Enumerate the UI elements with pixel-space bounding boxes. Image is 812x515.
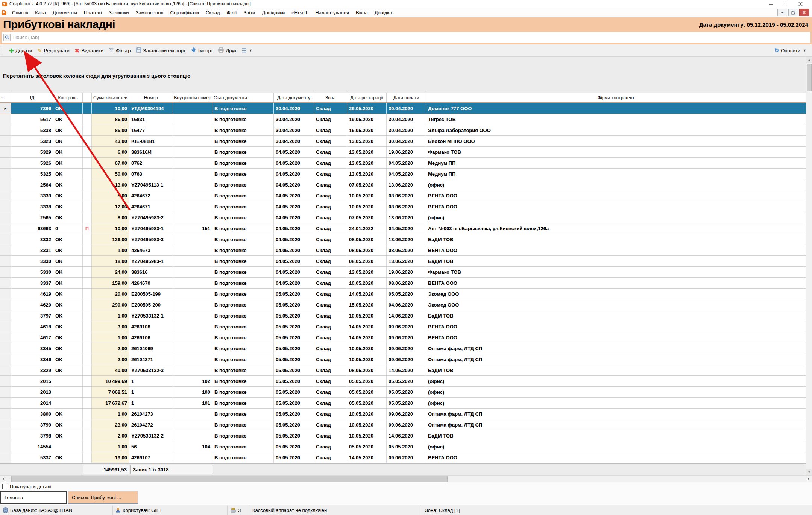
- cell-state[interactable]: В подготовке: [212, 158, 274, 168]
- cell-zone[interactable]: Склад: [314, 289, 347, 299]
- cell-inner-number[interactable]: [173, 234, 212, 245]
- table-row[interactable]: 3331OK1,004264673В подготовке04.05.2020С…: [0, 245, 806, 256]
- cell-id[interactable]: 14554: [11, 441, 53, 452]
- cell-number[interactable]: 56: [129, 441, 173, 452]
- cell-reg-date[interactable]: 15.05.2020: [347, 299, 387, 310]
- table-row[interactable]: 4617OK1,004269106В подготовке05.05.2020С…: [0, 332, 806, 343]
- cell-qty[interactable]: 18,00: [92, 256, 129, 266]
- cell-number[interactable]: YZ70495983-1: [129, 256, 173, 266]
- cell-mark[interactable]: [83, 245, 92, 255]
- cell-zone[interactable]: Склад: [314, 245, 347, 255]
- cell-doc-date[interactable]: 30.04.2020: [274, 114, 314, 125]
- cell-id[interactable]: 3329: [11, 365, 53, 375]
- cell-number[interactable]: 16831: [129, 114, 173, 125]
- row-indicator[interactable]: [0, 321, 11, 332]
- cell-reg-date[interactable]: 14.05.2020: [347, 452, 387, 463]
- cell-firm[interactable]: Тигрес ТОВ: [426, 114, 806, 125]
- cell-number[interactable]: 4269106: [129, 332, 173, 343]
- cell-state[interactable]: В подготовке: [212, 201, 274, 212]
- cell-inner-number[interactable]: [173, 245, 212, 255]
- row-indicator[interactable]: [0, 179, 11, 190]
- cell-state[interactable]: В подготовке: [212, 289, 274, 299]
- cell-pay-date[interactable]: 09.06.2020: [387, 332, 426, 343]
- cell-doc-date[interactable]: 05.05.2020: [274, 398, 314, 408]
- cell-number[interactable]: 1: [129, 376, 173, 386]
- cell-mark[interactable]: [83, 158, 92, 168]
- cell-qty[interactable]: 10,00: [92, 103, 129, 114]
- cell-qty[interactable]: 10 499,69: [92, 376, 129, 386]
- table-row[interactable]: 5337OK19,004269107В подготовке05.05.2020…: [0, 452, 806, 463]
- column-header-doc-state[interactable]: Стан документа: [212, 93, 274, 102]
- cell-pay-date[interactable]: 04.05.2020: [387, 223, 426, 234]
- table-row[interactable]: 3798OK2,00YZ70533132-2В подготовке05.05.…: [0, 430, 806, 441]
- table-row[interactable]: 5617OK86,0016831В подготовке30.04.2020Ск…: [0, 114, 806, 125]
- cell-mark[interactable]: [83, 419, 92, 430]
- table-row[interactable]: 3330OK18,00YZ70495983-1В подготовке04.05…: [0, 256, 806, 267]
- cell-firm[interactable]: (офис): [426, 398, 806, 408]
- cell-mark[interactable]: [83, 212, 92, 223]
- cell-reg-date[interactable]: 10.05.2020: [347, 409, 387, 419]
- cell-id[interactable]: 5323: [11, 136, 53, 146]
- cell-number[interactable]: KIE-08181: [129, 136, 173, 146]
- cell-zone[interactable]: Склад: [314, 103, 347, 114]
- row-indicator[interactable]: [0, 289, 11, 299]
- table-row[interactable]: 3345OK2,0026104069В подготовке05.05.2020…: [0, 343, 806, 354]
- cell-zone[interactable]: Склад: [314, 147, 347, 157]
- cell-control[interactable]: OK: [53, 158, 83, 168]
- filter-button[interactable]: Фільтр: [106, 46, 133, 55]
- cell-mark[interactable]: [83, 398, 92, 408]
- cell-qty[interactable]: 20,00: [92, 289, 129, 299]
- table-row[interactable]: 3339OK5,004264672В подготовке04.05.2020С…: [0, 190, 806, 201]
- search-box[interactable]: [2, 32, 810, 43]
- cell-reg-date[interactable]: 10.05.2020: [347, 430, 387, 441]
- table-row[interactable]: 636630П10,00YZ70495983-1151В подготовке0…: [0, 223, 806, 234]
- cell-mark[interactable]: [83, 452, 92, 463]
- cell-zone[interactable]: Склад: [314, 376, 347, 386]
- cell-qty[interactable]: 2,00: [92, 430, 129, 441]
- cell-state[interactable]: В подготовке: [212, 419, 274, 430]
- cell-control[interactable]: OK: [53, 169, 83, 179]
- cell-qty[interactable]: 3,00: [92, 321, 129, 332]
- table-row[interactable]: 3338OK12,004264671В подготовке04.05.2020…: [0, 201, 806, 212]
- cell-firm[interactable]: (офис): [426, 179, 806, 190]
- cell-mark[interactable]: [83, 310, 92, 321]
- table-row[interactable]: 3332OK126,00YZ70495983-3В подготовке04.0…: [0, 234, 806, 245]
- cell-number[interactable]: 383616: [129, 267, 173, 277]
- cell-number[interactable]: 0762: [129, 158, 173, 168]
- column-header-firm[interactable]: Фірма-контрагент: [426, 93, 806, 102]
- cell-firm[interactable]: (офис): [426, 387, 806, 397]
- cell-firm[interactable]: ВЕНТА ООО: [426, 321, 806, 332]
- cell-control[interactable]: OK: [53, 256, 83, 266]
- cell-qty[interactable]: 50,00: [92, 169, 129, 179]
- cell-mark[interactable]: [83, 376, 92, 386]
- cell-inner-number[interactable]: [173, 299, 212, 310]
- cell-doc-date[interactable]: 05.05.2020: [274, 299, 314, 310]
- cell-doc-date[interactable]: 04.05.2020: [274, 267, 314, 277]
- cell-firm[interactable]: БаДМ ТОВ: [426, 365, 806, 375]
- table-row[interactable]: 20137 068,511100В подготовке05.05.2020Ск…: [0, 387, 806, 398]
- menu-item-звіти[interactable]: Звіти: [240, 10, 258, 15]
- cell-zone[interactable]: Склад: [314, 278, 347, 288]
- cell-firm[interactable]: ВЕНТА ООО: [426, 332, 806, 343]
- cell-qty[interactable]: 290,00: [92, 299, 129, 310]
- cell-id[interactable]: 3339: [11, 190, 53, 201]
- cell-zone[interactable]: Склад: [314, 419, 347, 430]
- cell-state[interactable]: В подготовке: [212, 310, 274, 321]
- cell-firm[interactable]: Эльфа Лаборатория ООО: [426, 125, 806, 135]
- cell-inner-number[interactable]: [173, 343, 212, 354]
- cell-reg-date[interactable]: 10.05.2020: [347, 278, 387, 288]
- cell-doc-date[interactable]: 04.05.2020: [274, 212, 314, 223]
- cell-control[interactable]: [53, 441, 83, 452]
- cell-zone[interactable]: Склад: [314, 398, 347, 408]
- cell-inner-number[interactable]: [173, 125, 212, 135]
- cell-state[interactable]: В подготовке: [212, 278, 274, 288]
- refresh-button[interactable]: ↻Оновити▼: [772, 46, 809, 55]
- cell-control[interactable]: OK: [53, 212, 83, 223]
- cell-control[interactable]: OK: [53, 299, 83, 310]
- cell-id[interactable]: 5338: [11, 125, 53, 135]
- cell-doc-date[interactable]: 05.05.2020: [274, 376, 314, 386]
- cell-state[interactable]: В подготовке: [212, 234, 274, 245]
- table-row[interactable]: 4619OK20,00E200505-199В подготовке05.05.…: [0, 289, 806, 299]
- cell-pay-date[interactable]: 09.06.2020: [387, 343, 426, 354]
- cell-firm[interactable]: (офис): [426, 441, 806, 452]
